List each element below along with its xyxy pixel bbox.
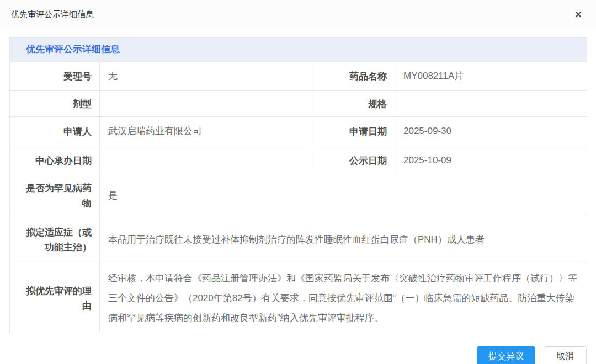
field-value-rare-disease-drug: 是 (100, 175, 587, 216)
field-label-dosage-form: 剂型 (10, 91, 100, 117)
table-row: 受理号 无 药品名称 MY008211A片 (10, 62, 587, 91)
field-label-acceptance-number: 受理号 (10, 62, 100, 91)
table-row: 中心承办日期 公示日期 2025-10-09 (10, 146, 587, 175)
field-value-proposed-indication: 本品用于治疗既往未接受过补体抑制剂治疗的阵发性睡眠性血红蛋白尿症（PNH）成人患… (100, 216, 587, 264)
table-row: 拟定适应症（或功能主治） 本品用于治疗既往未接受过补体抑制剂治疗的阵发性睡眠性血… (10, 216, 587, 264)
detail-panel: 优先审评公示详细信息 受理号 无 药品名称 MY008211A片 剂型 规格 申… (9, 37, 587, 333)
submit-objection-button[interactable]: 提交异议 (477, 346, 535, 364)
table-row: 优先审评公示详细信息 (10, 38, 587, 62)
field-label-priority-review-reason: 拟优先审评的理由 (10, 264, 100, 333)
field-label-rare-disease-drug: 是否为罕见病药物 (10, 175, 100, 216)
table-row: 拟优先审评的理由 经审核，本申请符合《药品注册管理办法》和《国家药监局关于发布〈… (10, 264, 587, 333)
field-value-specification (395, 91, 587, 117)
cancel-button[interactable]: 取消 (544, 346, 587, 364)
field-label-drug-name: 药品名称 (312, 62, 395, 91)
detail-table: 优先审评公示详细信息 受理号 无 药品名称 MY008211A片 剂型 规格 申… (9, 37, 587, 333)
field-label-proposed-indication: 拟定适应症（或功能主治） (10, 216, 100, 264)
field-label-applicant: 申请人 (10, 117, 100, 146)
field-value-application-date: 2025-09-30 (395, 117, 587, 146)
field-value-acceptance-number: 无 (100, 62, 312, 91)
close-icon[interactable]: ✕ (572, 7, 585, 22)
field-label-publicity-date: 公示日期 (312, 146, 395, 175)
field-value-drug-name: MY008211A片 (395, 62, 587, 91)
field-label-application-date: 申请日期 (312, 117, 395, 146)
field-value-publicity-date: 2025-10-09 (395, 146, 587, 175)
table-row: 剂型 规格 (10, 91, 587, 117)
field-value-applicant: 武汉启瑞药业有限公司 (100, 117, 312, 146)
field-label-center-undertake-date: 中心承办日期 (10, 146, 100, 175)
field-value-dosage-form (100, 91, 312, 117)
priority-review-detail-modal: 优先审评公示详细信息 ✕ 优先审评公示详细信息 受理号 无 药品名称 MY008… (0, 0, 596, 364)
table-row: 申请人 武汉启瑞药业有限公司 申请日期 2025-09-30 (10, 117, 587, 146)
table-row: 是否为罕见病药物 是 (10, 175, 587, 216)
modal-titlebar: 优先审评公示详细信息 ✕ (0, 0, 596, 29)
field-value-priority-review-reason: 经审核，本申请符合《药品注册管理办法》和《国家药监局关于发布〈突破性治疗药物审评… (100, 264, 587, 333)
panel-header-title: 优先审评公示详细信息 (10, 38, 587, 62)
field-value-center-undertake-date (100, 146, 312, 175)
modal-footer: 提交异议 取消 (0, 346, 587, 364)
field-label-specification: 规格 (312, 91, 395, 117)
modal-title: 优先审评公示详细信息 (11, 9, 94, 20)
